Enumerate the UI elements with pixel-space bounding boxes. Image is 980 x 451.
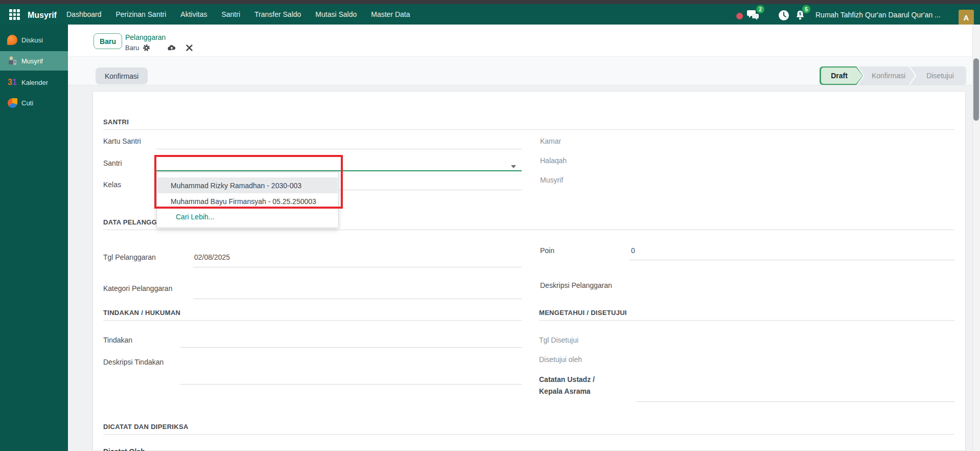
sidebar-item-label: Musyrif: [21, 57, 43, 65]
tindakan-label: Tindakan: [103, 336, 132, 344]
section-rule: [103, 129, 954, 130]
musyrif-label: Musyrif: [540, 176, 563, 184]
dropdown-search-more[interactable]: Cari Lebih...: [157, 210, 338, 224]
tgl-pelanggaran-value[interactable]: 02/08/2025: [194, 253, 230, 261]
gear-icon[interactable]: [142, 43, 150, 52]
chat-bubble-icon: [7, 34, 18, 46]
deskripsi-pelanggaran-label: Deskripsi Pelanggaran: [540, 281, 612, 289]
notifications-badge: 5: [802, 5, 810, 13]
menu-aktivitas[interactable]: Aktivitas: [180, 10, 207, 18]
catatan-input[interactable]: [636, 401, 954, 402]
browser-chrome-strip: [0, 0, 980, 4]
status-dot-icon: [736, 13, 743, 19]
control-panel: [68, 25, 980, 56]
sidebar-item-label: Kalender: [21, 79, 48, 86]
breadcrumb: Baru: [125, 43, 193, 52]
poin-value[interactable]: 0: [631, 246, 635, 255]
catatan-label-line1: Catatan Ustadz /: [539, 375, 595, 384]
menu-dashboard[interactable]: Dashboard: [66, 10, 102, 18]
sidebar: Diskusi Musyrif 31 Kalender Cuti: [0, 25, 68, 451]
chevron-down-icon[interactable]: [511, 165, 516, 168]
dropdown-option-2[interactable]: Muhammad Bayu Firmansyah - 05.25.250003: [157, 193, 338, 209]
sidebar-item-kalender[interactable]: 31 Kalender: [0, 73, 68, 92]
section-rule: [103, 434, 954, 435]
menu-master-data[interactable]: Master Data: [371, 10, 410, 18]
leave-icon: [7, 97, 18, 108]
menu-santri[interactable]: Santri: [221, 10, 240, 18]
kategori-pelanggaran-input[interactable]: [193, 299, 522, 299]
deskripsi-tindakan-input[interactable]: [180, 384, 522, 385]
activities-clock-icon[interactable]: [778, 10, 790, 21]
new-record-button[interactable]: Baru: [94, 33, 122, 49]
discard-close-icon[interactable]: [185, 43, 193, 52]
statusbar-steps: Draft Konfirmasi Disetujui: [820, 66, 966, 85]
person-desk-icon: [7, 55, 18, 66]
company-name[interactable]: Rumah Tahfizh Qur'an Daarul Qur'an ...: [815, 11, 954, 19]
calendar-31-icon: 31: [7, 77, 18, 88]
sidebar-item-musyrif[interactable]: Musyrif: [0, 51, 68, 71]
tgl-pelanggaran-input[interactable]: [193, 267, 522, 267]
section-rule: [103, 320, 522, 321]
apps-grid-icon[interactable]: [9, 9, 20, 20]
cloud-save-icon[interactable]: [168, 43, 176, 52]
breadcrumb-parent-link[interactable]: Pelanggaran: [125, 33, 166, 41]
konfirmasi-action-button[interactable]: Konfirmasi: [96, 67, 148, 84]
sidebar-item-label: Cuti: [21, 99, 33, 107]
poin-input[interactable]: [629, 260, 954, 260]
menu-transfer-saldo[interactable]: Transfer Saldo: [254, 10, 301, 18]
status-step-draft[interactable]: Draft: [820, 66, 863, 85]
section-rule: [103, 230, 954, 230]
santri-input[interactable]: [156, 170, 522, 171]
disetujui-oleh-label: Disetujui oleh: [539, 355, 582, 364]
kartu-santri-input[interactable]: [156, 149, 522, 149]
status-step-konfirmasi[interactable]: Konfirmasi: [858, 66, 915, 85]
breadcrumb-current: Baru: [125, 44, 139, 52]
menu-mutasi-saldo[interactable]: Mutasi Saldo: [315, 10, 357, 18]
section-title-santri: SANTRI: [103, 118, 129, 126]
section-title-tindakan: TINDAKAN / HUKUMAN: [103, 309, 180, 317]
app-window: Musyrif Dashboard Perizinan Santri Aktiv…: [0, 0, 980, 451]
santri-autocomplete-dropdown: Muhammad Rizky Ramadhan - 2030-003 Muham…: [156, 172, 339, 228]
catatan-label-line2: Kepala Asrama: [539, 387, 591, 395]
section-title-dicatat: DICATAT DAN DIPERIKSA: [103, 423, 189, 431]
status-step-disetujui[interactable]: Disetujui: [910, 66, 966, 85]
user-avatar[interactable]: A: [959, 10, 974, 25]
section-title-mengetahui: MENGETAHUI / DISETUJUI: [539, 309, 627, 317]
tgl-disetujui-label: Tgl Disetujui: [539, 336, 578, 344]
sidebar-item-cuti[interactable]: Cuti: [0, 93, 68, 112]
sidebar-item-diskusi[interactable]: Diskusi: [0, 30, 68, 50]
dropdown-option-1[interactable]: Muhammad Rizky Ramadhan - 2030-003: [157, 177, 338, 193]
tgl-pelanggaran-label: Tgl Pelanggaran: [103, 253, 156, 261]
halaqah-label: Halaqah: [540, 156, 567, 165]
santri-label: Santri: [103, 159, 122, 167]
kamar-label: Kamar: [540, 137, 561, 145]
svg-text:$: $: [799, 12, 802, 16]
section-rule: [539, 320, 954, 321]
scrollbar-thumb[interactable]: [973, 58, 979, 121]
top-navbar: Musyrif Dashboard Perizinan Santri Aktiv…: [0, 4, 980, 25]
main-menu: Dashboard Perizinan Santri Aktivitas San…: [66, 4, 410, 25]
form-sheet: [92, 91, 966, 451]
kelas-label: Kelas: [103, 181, 121, 189]
poin-label: Poin: [540, 246, 554, 255]
deskripsi-tindakan-label: Deskripsi Tindakan: [103, 358, 164, 366]
menu-perizinan-santri[interactable]: Perizinan Santri: [116, 10, 167, 18]
app-title: Musyrif: [28, 11, 57, 20]
sidebar-item-label: Diskusi: [21, 36, 43, 44]
dicatat-oleh-label: Dicatat Oleh: [103, 447, 145, 451]
messages-badge: 2: [756, 5, 764, 13]
tindakan-input[interactable]: [180, 347, 522, 348]
kategori-pelanggaran-label: Kategori Pelanggaran: [103, 284, 172, 292]
kartu-santri-label: Kartu Santri: [103, 137, 141, 145]
